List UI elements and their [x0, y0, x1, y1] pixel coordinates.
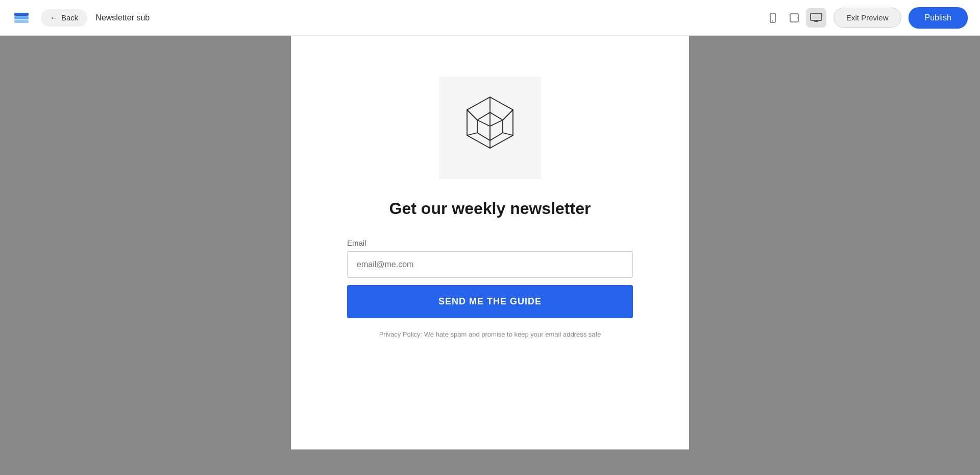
svg-line-19: [477, 120, 490, 126]
svg-point-6: [797, 17, 798, 18]
svg-line-17: [467, 110, 477, 120]
cube-icon: [459, 94, 521, 161]
mobile-icon: [767, 12, 778, 23]
device-switcher: [763, 8, 826, 28]
topbar: ← Back Newsletter sub: [0, 0, 980, 36]
submit-label: SEND ME THE GUIDE: [438, 296, 542, 306]
svg-rect-5: [790, 14, 798, 22]
back-button[interactable]: ← Back: [41, 9, 87, 27]
svg-rect-1: [14, 16, 29, 19]
desktop-view-button[interactable]: [806, 8, 826, 28]
app-logo: [12, 9, 31, 27]
topbar-right: Exit Preview Publish: [763, 7, 968, 29]
exit-preview-button[interactable]: Exit Preview: [834, 8, 901, 28]
publish-label: Publish: [925, 13, 951, 22]
newsletter-form: Email SEND ME THE GUIDE Privacy Policy: …: [347, 239, 633, 338]
desktop-icon: [810, 12, 822, 23]
svg-line-13: [503, 110, 513, 120]
mobile-view-button[interactable]: [763, 8, 782, 28]
tablet-view-button[interactable]: [785, 8, 804, 28]
newsletter-heading: Get our weekly newsletter: [389, 199, 591, 218]
hero-image: [439, 77, 541, 179]
email-label: Email: [347, 239, 633, 247]
back-label: Back: [61, 13, 78, 22]
back-arrow-icon: ←: [50, 13, 58, 22]
svg-line-20: [490, 120, 503, 126]
privacy-text: Privacy Policy: We hate spam and promise…: [347, 330, 633, 338]
exit-preview-label: Exit Preview: [846, 13, 889, 22]
page-title: Newsletter sub: [95, 13, 150, 22]
tablet-icon: [789, 12, 800, 23]
page-canvas: Get our weekly newsletter Email SEND ME …: [291, 36, 689, 449]
publish-button[interactable]: Publish: [909, 7, 968, 29]
svg-rect-7: [811, 13, 822, 20]
svg-line-16: [467, 133, 477, 135]
email-input[interactable]: [347, 251, 633, 278]
main-area: Get our weekly newsletter Email SEND ME …: [0, 36, 980, 475]
svg-line-14: [503, 133, 513, 135]
svg-rect-2: [14, 20, 29, 23]
svg-point-4: [772, 20, 773, 21]
submit-button[interactable]: SEND ME THE GUIDE: [347, 285, 633, 318]
svg-rect-0: [14, 13, 29, 16]
